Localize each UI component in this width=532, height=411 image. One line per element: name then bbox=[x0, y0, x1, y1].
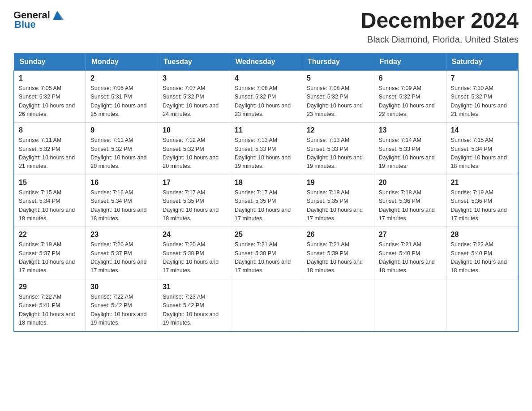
calendar-cell: 1 Sunrise: 7:05 AMSunset: 5:32 PMDayligh… bbox=[14, 70, 86, 123]
calendar-cell: 6 Sunrise: 7:09 AMSunset: 5:32 PMDayligh… bbox=[374, 70, 446, 123]
calendar-cell: 17 Sunrise: 7:17 AMSunset: 5:35 PMDaylig… bbox=[158, 175, 230, 227]
logo-icon bbox=[51, 9, 64, 21]
calendar-cell: 5 Sunrise: 7:08 AMSunset: 5:32 PMDayligh… bbox=[302, 70, 374, 123]
calendar-header-sunday: Sunday bbox=[14, 53, 86, 70]
day-number: 23 bbox=[90, 231, 153, 239]
logo-text-blue: Blue bbox=[14, 19, 36, 30]
day-number: 17 bbox=[163, 179, 225, 187]
day-info: Sunrise: 7:22 AMSunset: 5:42 PMDaylight:… bbox=[90, 293, 153, 328]
calendar-cell bbox=[446, 279, 518, 331]
calendar-table: SundayMondayTuesdayWednesdayThursdayFrid… bbox=[13, 53, 519, 332]
day-info: Sunrise: 7:11 AMSunset: 5:32 PMDaylight:… bbox=[90, 136, 153, 171]
day-number: 22 bbox=[19, 231, 81, 239]
calendar-cell: 14 Sunrise: 7:15 AMSunset: 5:34 PMDaylig… bbox=[446, 123, 518, 175]
calendar-cell: 31 Sunrise: 7:23 AMSunset: 5:42 PMDaylig… bbox=[158, 279, 230, 331]
day-info: Sunrise: 7:09 AMSunset: 5:32 PMDaylight:… bbox=[379, 84, 442, 119]
calendar-cell: 18 Sunrise: 7:17 AMSunset: 5:35 PMDaylig… bbox=[230, 175, 302, 227]
calendar-cell: 27 Sunrise: 7:21 AMSunset: 5:40 PMDaylig… bbox=[374, 227, 446, 279]
logo: General Blue bbox=[13, 9, 64, 30]
day-info: Sunrise: 7:13 AMSunset: 5:33 PMDaylight:… bbox=[307, 136, 369, 171]
calendar-cell: 10 Sunrise: 7:12 AMSunset: 5:32 PMDaylig… bbox=[158, 123, 230, 175]
day-info: Sunrise: 7:22 AMSunset: 5:40 PMDaylight:… bbox=[451, 240, 513, 275]
day-number: 12 bbox=[307, 126, 369, 134]
day-info: Sunrise: 7:11 AMSunset: 5:32 PMDaylight:… bbox=[19, 136, 81, 171]
calendar-week-row: 29 Sunrise: 7:22 AMSunset: 5:41 PMDaylig… bbox=[14, 279, 518, 331]
day-number: 14 bbox=[451, 126, 513, 134]
day-info: Sunrise: 7:15 AMSunset: 5:34 PMDaylight:… bbox=[451, 136, 513, 171]
day-info: Sunrise: 7:10 AMSunset: 5:32 PMDaylight:… bbox=[451, 84, 513, 119]
calendar-cell: 26 Sunrise: 7:21 AMSunset: 5:39 PMDaylig… bbox=[302, 227, 374, 279]
day-number: 27 bbox=[379, 231, 442, 239]
day-number: 7 bbox=[451, 74, 513, 82]
calendar-cell: 2 Sunrise: 7:06 AMSunset: 5:31 PMDayligh… bbox=[86, 70, 158, 123]
day-number: 2 bbox=[90, 74, 153, 82]
day-number: 25 bbox=[235, 231, 297, 239]
day-info: Sunrise: 7:08 AMSunset: 5:32 PMDaylight:… bbox=[235, 84, 297, 119]
calendar-week-row: 22 Sunrise: 7:19 AMSunset: 5:37 PMDaylig… bbox=[14, 227, 518, 279]
day-info: Sunrise: 7:18 AMSunset: 5:36 PMDaylight:… bbox=[379, 188, 442, 223]
day-number: 18 bbox=[235, 179, 297, 187]
day-info: Sunrise: 7:19 AMSunset: 5:36 PMDaylight:… bbox=[451, 188, 513, 223]
calendar-cell: 12 Sunrise: 7:13 AMSunset: 5:33 PMDaylig… bbox=[302, 123, 374, 175]
day-info: Sunrise: 7:20 AMSunset: 5:38 PMDaylight:… bbox=[163, 240, 225, 275]
title-area: December 2024 Black Diamond, Florida, Un… bbox=[361, 9, 519, 45]
day-info: Sunrise: 7:21 AMSunset: 5:40 PMDaylight:… bbox=[379, 240, 442, 275]
day-number: 8 bbox=[19, 126, 81, 134]
calendar-header-monday: Monday bbox=[86, 53, 158, 70]
calendar-cell: 8 Sunrise: 7:11 AMSunset: 5:32 PMDayligh… bbox=[14, 123, 86, 175]
day-info: Sunrise: 7:17 AMSunset: 5:35 PMDaylight:… bbox=[163, 188, 225, 223]
calendar-week-row: 1 Sunrise: 7:05 AMSunset: 5:32 PMDayligh… bbox=[14, 70, 518, 123]
day-number: 20 bbox=[379, 179, 442, 187]
day-number: 5 bbox=[307, 74, 369, 82]
day-number: 11 bbox=[235, 126, 297, 134]
day-number: 15 bbox=[19, 179, 81, 187]
day-info: Sunrise: 7:12 AMSunset: 5:32 PMDaylight:… bbox=[163, 136, 225, 171]
calendar-header-tuesday: Tuesday bbox=[158, 53, 230, 70]
calendar-header-row: SundayMondayTuesdayWednesdayThursdayFrid… bbox=[14, 53, 518, 70]
day-number: 30 bbox=[90, 283, 153, 291]
calendar-week-row: 8 Sunrise: 7:11 AMSunset: 5:32 PMDayligh… bbox=[14, 123, 518, 175]
day-number: 29 bbox=[19, 283, 81, 291]
calendar-header-wednesday: Wednesday bbox=[230, 53, 302, 70]
calendar-cell: 11 Sunrise: 7:13 AMSunset: 5:33 PMDaylig… bbox=[230, 123, 302, 175]
day-number: 9 bbox=[90, 126, 153, 134]
day-number: 3 bbox=[163, 74, 225, 82]
calendar-cell: 30 Sunrise: 7:22 AMSunset: 5:42 PMDaylig… bbox=[86, 279, 158, 331]
day-number: 16 bbox=[90, 179, 153, 187]
day-info: Sunrise: 7:15 AMSunset: 5:34 PMDaylight:… bbox=[19, 188, 81, 223]
calendar-cell: 16 Sunrise: 7:16 AMSunset: 5:34 PMDaylig… bbox=[86, 175, 158, 227]
calendar-header-saturday: Saturday bbox=[446, 53, 518, 70]
day-number: 19 bbox=[307, 179, 369, 187]
calendar-cell: 29 Sunrise: 7:22 AMSunset: 5:41 PMDaylig… bbox=[14, 279, 86, 331]
day-number: 10 bbox=[163, 126, 225, 134]
day-info: Sunrise: 7:07 AMSunset: 5:32 PMDaylight:… bbox=[163, 84, 225, 119]
calendar-cell bbox=[302, 279, 374, 331]
calendar-cell: 15 Sunrise: 7:15 AMSunset: 5:34 PMDaylig… bbox=[14, 175, 86, 227]
day-info: Sunrise: 7:23 AMSunset: 5:42 PMDaylight:… bbox=[163, 293, 225, 328]
day-info: Sunrise: 7:17 AMSunset: 5:35 PMDaylight:… bbox=[235, 188, 297, 223]
day-info: Sunrise: 7:05 AMSunset: 5:32 PMDaylight:… bbox=[19, 84, 81, 119]
calendar-cell: 25 Sunrise: 7:21 AMSunset: 5:38 PMDaylig… bbox=[230, 227, 302, 279]
day-info: Sunrise: 7:06 AMSunset: 5:31 PMDaylight:… bbox=[90, 84, 153, 119]
calendar-cell: 20 Sunrise: 7:18 AMSunset: 5:36 PMDaylig… bbox=[374, 175, 446, 227]
calendar-week-row: 15 Sunrise: 7:15 AMSunset: 5:34 PMDaylig… bbox=[14, 175, 518, 227]
calendar-cell: 23 Sunrise: 7:20 AMSunset: 5:37 PMDaylig… bbox=[86, 227, 158, 279]
calendar-cell: 4 Sunrise: 7:08 AMSunset: 5:32 PMDayligh… bbox=[230, 70, 302, 123]
page-header: General Blue December 2024 Black Diamond… bbox=[13, 9, 519, 45]
calendar-cell: 13 Sunrise: 7:14 AMSunset: 5:33 PMDaylig… bbox=[374, 123, 446, 175]
calendar-cell: 3 Sunrise: 7:07 AMSunset: 5:32 PMDayligh… bbox=[158, 70, 230, 123]
day-info: Sunrise: 7:19 AMSunset: 5:37 PMDaylight:… bbox=[19, 240, 81, 275]
day-info: Sunrise: 7:21 AMSunset: 5:38 PMDaylight:… bbox=[235, 240, 297, 275]
day-number: 24 bbox=[163, 231, 225, 239]
day-info: Sunrise: 7:16 AMSunset: 5:34 PMDaylight:… bbox=[90, 188, 153, 223]
day-number: 21 bbox=[451, 179, 513, 187]
calendar-cell: 28 Sunrise: 7:22 AMSunset: 5:40 PMDaylig… bbox=[446, 227, 518, 279]
day-number: 1 bbox=[19, 74, 81, 82]
calendar-header-thursday: Thursday bbox=[302, 53, 374, 70]
day-info: Sunrise: 7:21 AMSunset: 5:39 PMDaylight:… bbox=[307, 240, 369, 275]
day-info: Sunrise: 7:08 AMSunset: 5:32 PMDaylight:… bbox=[307, 84, 369, 119]
day-number: 31 bbox=[163, 283, 225, 291]
calendar-cell bbox=[374, 279, 446, 331]
day-info: Sunrise: 7:20 AMSunset: 5:37 PMDaylight:… bbox=[90, 240, 153, 275]
day-info: Sunrise: 7:22 AMSunset: 5:41 PMDaylight:… bbox=[19, 293, 81, 328]
